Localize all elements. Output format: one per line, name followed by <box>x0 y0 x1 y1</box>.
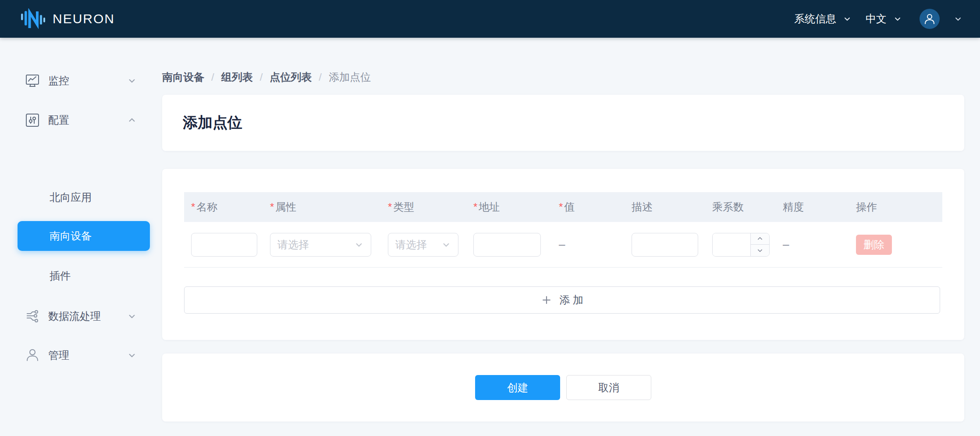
create-button[interactable]: 创建 <box>475 375 560 400</box>
breadcrumb-item-current: 添加点位 <box>329 70 371 84</box>
chevron-down-icon <box>353 239 365 250</box>
column-header-name: * 名称 <box>184 200 263 214</box>
delete-button[interactable]: 删除 <box>856 235 892 255</box>
table-header: * 名称 * 属性 * 类型 * 地址 * 值 描述 乘 <box>184 192 942 222</box>
coefficient-input[interactable] <box>713 233 750 256</box>
column-label: 地址 <box>479 200 500 214</box>
sidebar-item-config[interactable]: 配置 <box>0 105 152 135</box>
form-card: * 名称 * 属性 * 类型 * 地址 * 值 描述 乘 <box>162 169 964 340</box>
value-dash: – <box>559 238 565 251</box>
app-header: NEURON 系统信息 中文 <box>0 0 980 38</box>
plus-icon <box>541 294 552 306</box>
sidebar-subitem-label: 北向应用 <box>50 190 92 204</box>
description-input[interactable] <box>632 233 698 257</box>
cell-attribute: 请选择 <box>263 233 381 257</box>
sidebar-item-dataflow[interactable]: 数据流处理 <box>0 301 152 331</box>
cell-value: – <box>552 238 625 251</box>
column-label: 描述 <box>632 200 653 214</box>
language-label: 中文 <box>866 12 887 26</box>
footer-card: 创建 取消 <box>162 354 964 422</box>
column-label: 名称 <box>196 200 217 214</box>
type-select-placeholder: 请选择 <box>388 238 427 252</box>
user-icon <box>923 12 937 26</box>
chevron-down-icon <box>126 311 138 322</box>
column-label: 操作 <box>856 200 877 214</box>
sidebar-item-label: 管理 <box>48 348 69 362</box>
cell-coefficient <box>705 233 776 257</box>
column-label: 精度 <box>783 200 804 214</box>
chevron-down-icon <box>126 350 138 361</box>
sidebar-item-label: 配置 <box>48 113 69 127</box>
required-marker: * <box>559 200 563 214</box>
breadcrumb-separator: / <box>211 71 214 83</box>
page: NEURON 系统信息 中文 <box>0 0 980 436</box>
add-row-button[interactable]: 添 加 <box>184 286 940 314</box>
sidebar-subitem-label: 南向设备 <box>50 229 92 243</box>
address-input[interactable] <box>473 233 541 257</box>
sidebar-item-north-apps[interactable]: 北向应用 <box>0 182 152 212</box>
attribute-select-placeholder: 请选择 <box>270 238 309 252</box>
add-row-label: 添 加 <box>559 293 583 307</box>
type-select[interactable]: 请选择 <box>388 233 458 257</box>
chevron-down-icon <box>756 246 764 255</box>
required-marker: * <box>270 200 274 214</box>
column-header-coefficient: 乘系数 <box>705 200 776 214</box>
chevron-down-icon <box>892 14 903 24</box>
breadcrumb-item[interactable]: 点位列表 <box>270 70 312 84</box>
cell-address <box>466 233 552 257</box>
avatar[interactable] <box>920 9 940 29</box>
page-title: 添加点位 <box>183 113 242 133</box>
sidebar: 监控 配置 北向应用 南向设备 <box>0 38 152 436</box>
column-header-value: * 值 <box>552 200 625 214</box>
cell-description <box>625 233 705 257</box>
title-card: 添加点位 <box>162 95 964 151</box>
precision-dash: – <box>783 238 789 251</box>
sidebar-subitem-label: 插件 <box>50 269 71 283</box>
sidebar-item-plugins[interactable]: 插件 <box>0 261 152 291</box>
breadcrumb-separator: / <box>319 71 322 83</box>
column-header-description: 描述 <box>625 200 705 214</box>
chevron-down-icon <box>842 14 852 24</box>
user-menu-chevron-icon[interactable] <box>953 14 963 24</box>
column-label: 乘系数 <box>712 200 744 214</box>
column-header-type: * 类型 <box>381 200 466 214</box>
column-label: 属性 <box>275 200 296 214</box>
sidebar-item-admin[interactable]: 管理 <box>0 340 152 370</box>
breadcrumb: 南向设备 / 组列表 / 点位列表 / 添加点位 <box>162 70 371 84</box>
system-info-label: 系统信息 <box>794 12 836 26</box>
sidebar-item-label: 监控 <box>48 74 69 88</box>
stepper-up-button[interactable] <box>751 233 769 245</box>
column-label: 类型 <box>393 200 414 214</box>
column-label: 值 <box>564 200 575 214</box>
chevron-down-icon <box>126 75 138 86</box>
header-right: 系统信息 中文 <box>794 9 963 29</box>
brand-name: NEURON <box>53 11 115 26</box>
sidebar-item-south-devices[interactable]: 南向设备 <box>18 221 150 251</box>
name-input[interactable] <box>191 233 257 257</box>
table-row: 请选择 请选择 – <box>184 222 942 268</box>
brand: NEURON <box>20 8 115 29</box>
column-header-address: * 地址 <box>466 200 552 214</box>
system-info-menu[interactable]: 系统信息 <box>794 12 852 26</box>
required-marker: * <box>388 200 392 214</box>
required-marker: * <box>473 200 477 214</box>
breadcrumb-separator: / <box>260 71 263 83</box>
monitor-icon <box>25 73 40 89</box>
language-menu[interactable]: 中文 <box>866 12 903 26</box>
breadcrumb-item[interactable]: 组列表 <box>221 70 253 84</box>
breadcrumb-item[interactable]: 南向设备 <box>162 70 204 84</box>
cell-type: 请选择 <box>381 233 466 257</box>
attribute-select[interactable]: 请选择 <box>270 233 371 257</box>
cell-actions: 删除 <box>849 235 942 255</box>
stepper-down-button[interactable] <box>751 245 769 256</box>
cell-precision: – <box>776 238 849 251</box>
chevron-up-icon <box>126 114 138 126</box>
sidebar-item-monitor[interactable]: 监控 <box>0 66 152 96</box>
sliders-icon <box>25 112 40 128</box>
chevron-down-icon <box>440 239 452 250</box>
cancel-button[interactable]: 取消 <box>566 375 651 400</box>
sidebar-item-label: 数据流处理 <box>48 309 101 323</box>
dataflow-icon <box>25 308 40 324</box>
cell-name <box>184 233 263 257</box>
chevron-up-icon <box>756 234 764 243</box>
